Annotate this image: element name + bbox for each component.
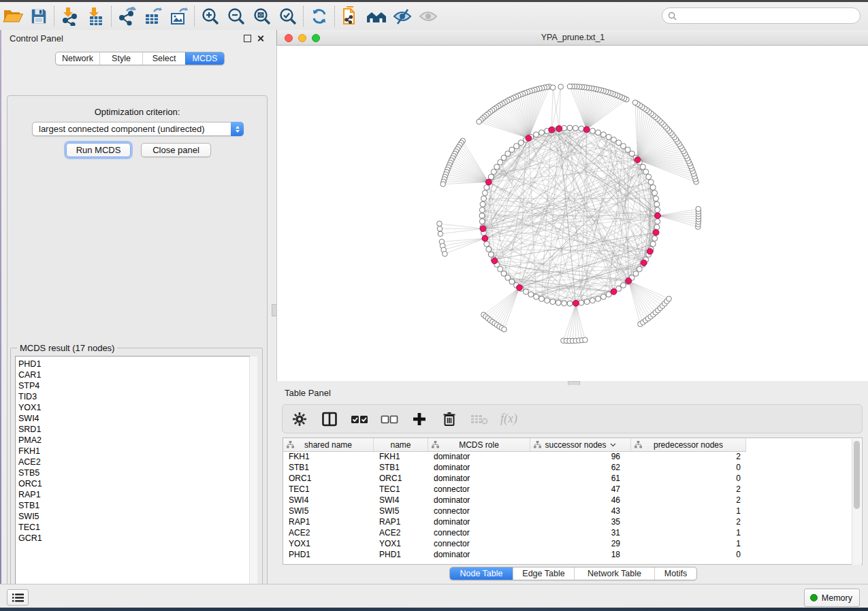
table-row[interactable]: ORC1ORC1dominator610 — [283, 473, 852, 484]
table-cell: ORC1 — [283, 473, 374, 484]
scrollbar-thumb[interactable] — [854, 441, 860, 509]
mcds-result-item[interactable]: ORC1 — [18, 478, 249, 489]
mcds-result-item[interactable]: STB5 — [18, 467, 249, 478]
mcds-result-item[interactable]: TEC1 — [18, 522, 249, 533]
network-graph[interactable] — [277, 46, 868, 381]
tab-edge-table[interactable]: Edge Table — [513, 567, 574, 580]
tab-style[interactable]: Style — [99, 52, 142, 65]
column-header-label: successor nodes — [545, 440, 606, 450]
import-table-icon[interactable] — [83, 5, 109, 28]
tab-mcds[interactable]: MCDS — [185, 52, 224, 65]
show-all-networks-icon[interactable] — [364, 5, 389, 28]
column-header-label: MCDS role — [459, 440, 499, 450]
select-all-icon[interactable] — [351, 410, 368, 428]
optimization-criterion-select[interactable]: largest connected component (undirected) — [32, 122, 244, 136]
mcds-result-scrollbar[interactable] — [249, 357, 257, 591]
toggle-panel-columns-icon[interactable] — [321, 410, 338, 428]
zoom-fit-icon[interactable] — [249, 5, 275, 28]
tab-select[interactable]: Select — [142, 52, 185, 65]
node-table[interactable]: shared namenameMCDS rolesuccessor nodesp… — [283, 437, 863, 565]
export-table-icon[interactable] — [140, 5, 166, 28]
refresh-icon[interactable] — [306, 5, 332, 28]
new-network-from-selection-icon[interactable] — [338, 5, 364, 28]
table-cell: TEC1 — [283, 484, 374, 495]
mcds-result-item[interactable]: SRD1 — [18, 424, 249, 435]
mcds-result-item[interactable]: TID3 — [18, 391, 249, 402]
table-row[interactable]: ACE2ACE2connector311 — [283, 527, 852, 538]
table-row[interactable]: SWI4SWI4dominator462 — [283, 495, 852, 506]
zoom-in-icon[interactable] — [197, 5, 223, 28]
tab-network[interactable]: Network — [56, 52, 99, 65]
network-window-titlebar: YPA_prune.txt_1 — [276, 30, 868, 46]
tab-node-table[interactable]: Node Table — [450, 567, 513, 580]
table-cell: 62 — [530, 462, 631, 473]
table-row[interactable]: YOX1YOX1connector291 — [283, 538, 852, 549]
run-mcds-button[interactable]: Run MCDS — [66, 143, 131, 157]
deselect-all-icon[interactable] — [381, 410, 398, 428]
search-field[interactable] — [662, 7, 861, 24]
zoom-selected-icon[interactable] — [275, 5, 301, 28]
mcds-result-item[interactable]: SWI4 — [18, 413, 249, 424]
mcds-result-item[interactable]: ACE2 — [18, 457, 249, 467]
table-scrollbar[interactable] — [852, 439, 861, 565]
task-history-button[interactable] — [7, 589, 29, 606]
search-input[interactable] — [680, 10, 860, 21]
close-panel-icon[interactable] — [257, 35, 264, 42]
table-cell: 29 — [530, 538, 631, 549]
table-row[interactable]: PHD1PHD1dominator180 — [283, 549, 852, 560]
add-column-icon[interactable] — [411, 410, 428, 428]
optimization-criterion-label: Optimization criterion: — [7, 107, 267, 117]
mcds-result-item[interactable]: YOX1 — [18, 402, 249, 413]
column-header-name[interactable]: name — [374, 438, 428, 451]
table-cell: SWI4 — [283, 495, 374, 506]
import-network-icon[interactable] — [57, 5, 83, 28]
export-network-icon[interactable] — [114, 5, 140, 28]
mcds-result-item[interactable]: STP4 — [18, 380, 249, 391]
table-row[interactable]: RAP1RAP1dominator352 — [283, 516, 852, 527]
table-row[interactable]: TEC1TEC1connector472 — [283, 484, 852, 495]
column-header-shared-name[interactable]: shared name — [283, 438, 374, 451]
show-hidden-icon[interactable] — [415, 5, 441, 28]
table-cell: FKH1 — [283, 451, 374, 462]
tab-motifs[interactable]: Motifs — [654, 567, 696, 580]
column-header-successor-nodes[interactable]: successor nodes — [530, 438, 631, 451]
table-cell: connector — [428, 484, 530, 495]
open-session-icon[interactable] — [0, 5, 26, 28]
column-header-MCDS-role[interactable]: MCDS role — [428, 438, 530, 451]
memory-button[interactable]: Memory — [804, 589, 860, 607]
mcds-result-item[interactable]: FKH1 — [18, 446, 249, 457]
tab-network-table[interactable]: Network Table — [574, 567, 654, 580]
table-cell: RAP1 — [374, 516, 428, 527]
table-row[interactable]: FKH1FKH1dominator962 — [283, 451, 852, 462]
export-image-icon[interactable] — [166, 5, 192, 28]
save-session-icon[interactable] — [26, 5, 52, 28]
delete-columns-icon[interactable] — [440, 410, 458, 428]
column-header-predecessor-nodes[interactable]: predecessor nodes — [631, 438, 746, 451]
table-row[interactable]: STB1STB1dominator620 — [283, 462, 852, 473]
mcds-result-list[interactable]: PHD1CAR1STP4TID3YOX1SWI4SRD1PMA2FKH1ACE2… — [15, 356, 250, 591]
settings-gear-icon[interactable] — [291, 410, 308, 428]
column-type-icon — [534, 441, 541, 448]
mcds-result-item[interactable]: CAR1 — [18, 369, 249, 380]
table-cell: STB1 — [283, 462, 374, 473]
desktop-edge-bottom — [0, 608, 868, 611]
network-canvas[interactable] — [276, 46, 868, 381]
mcds-result-item[interactable]: GCR1 — [18, 533, 249, 544]
table-row[interactable]: SWI5SWI5connector431 — [283, 506, 852, 516]
mcds-result-item[interactable]: STB1 — [18, 500, 249, 511]
table-panel: Table Panel f(x) shared namenameMCDS rol… — [276, 385, 868, 584]
table-cell: 0 — [631, 549, 746, 560]
vertical-splitter[interactable] — [271, 30, 276, 381]
mcds-result-item[interactable]: SWI5 — [18, 511, 249, 522]
status-bar: Memory — [0, 584, 868, 608]
hide-selected-icon[interactable] — [389, 5, 415, 28]
float-panel-icon[interactable] — [244, 35, 251, 42]
mcds-result-item[interactable]: PMA2 — [18, 435, 249, 446]
mcds-result-item[interactable]: PHD1 — [18, 359, 249, 369]
mcds-result-item[interactable]: RAP1 — [18, 489, 249, 500]
table-toolbar: f(x) — [282, 404, 863, 433]
zoom-out-icon[interactable] — [223, 5, 249, 28]
close-panel-button[interactable]: Close panel — [141, 143, 211, 157]
table-cell: dominator — [428, 473, 530, 484]
table-cell: 1 — [631, 527, 746, 538]
